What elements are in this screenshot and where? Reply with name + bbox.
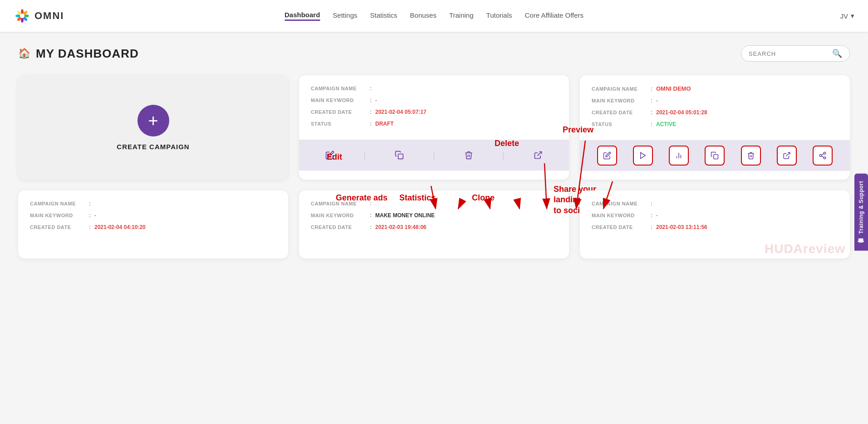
edit-btn-2[interactable] xyxy=(597,146,617,166)
preview-btn-1[interactable] xyxy=(528,145,548,165)
home-icon: 🏠 xyxy=(18,48,30,59)
info-row-bc1-name: CAMPAIGN NAME : xyxy=(30,200,276,207)
info-row-bc2-kw: MAIN KEYWORD : MAKE MONEY ONLINE xyxy=(311,212,557,219)
nav-training[interactable]: Training xyxy=(449,11,474,21)
label-created-date: CREATED DATE xyxy=(311,109,370,115)
val-bc3-date: 2021-02-03 13:11:56 xyxy=(656,224,707,230)
search-button[interactable]: 🔍 xyxy=(832,49,842,58)
info-row-main-keyword: MAIN KEYWORD : - xyxy=(311,97,557,103)
svg-line-17 xyxy=(786,152,790,156)
side-tab-training[interactable]: ☎ Training & Support xyxy=(854,174,868,251)
val-created-date-2: 2021-02-04 05:01:28 xyxy=(656,109,707,116)
divider: | xyxy=(363,151,366,160)
share-btn-2[interactable] xyxy=(813,146,833,166)
divider: | xyxy=(502,151,505,160)
info-row-bc2-date: CREATED DATE : 2021-02-03 19:48:06 xyxy=(311,224,557,230)
clone-btn-2[interactable] xyxy=(705,146,725,166)
generate-ads-btn-2[interactable] xyxy=(633,146,653,166)
val-main-keyword-2: - xyxy=(656,97,658,104)
info-row-bc1-kw: MAIN KEYWORD : - xyxy=(30,212,276,219)
nav-dashboard[interactable]: Dashboard xyxy=(284,11,320,21)
card-info-1: CAMPAIGN NAME : MAIN KEYWORD : - CREATED… xyxy=(299,75,569,140)
nav-tutorials[interactable]: Tutorials xyxy=(486,11,512,21)
info-row-bc1-date: CREATED DATE : 2021-02-04 04:10:20 xyxy=(30,224,276,230)
preview-btn-2[interactable] xyxy=(777,146,797,166)
colon: : xyxy=(651,109,652,116)
delete-btn-2[interactable] xyxy=(741,146,761,166)
logo-icon xyxy=(14,7,31,24)
val-main-keyword: - xyxy=(375,97,377,103)
svg-marker-12 xyxy=(641,152,646,159)
create-campaign-card[interactable]: + CREATE CAMPAIGN xyxy=(18,75,288,180)
svg-point-20 xyxy=(824,157,826,159)
delete-btn-1[interactable] xyxy=(459,145,479,165)
val-campaign-name-2: OMNI DEMO xyxy=(656,85,691,92)
label-bc1-name: CAMPAIGN NAME xyxy=(30,201,89,206)
colon: : xyxy=(651,121,652,127)
label-created-date-2: CREATED DATE xyxy=(592,110,651,115)
label-status: STATUS xyxy=(311,121,370,127)
val-status-2: ACTIVE xyxy=(656,121,676,127)
label-bc2-kw: MAIN KEYWORD xyxy=(311,213,370,218)
val-bc2-kw: MAKE MONEY ONLINE xyxy=(375,212,435,219)
svg-line-21 xyxy=(822,156,824,157)
label-bc1-date: CREATED DATE xyxy=(30,224,89,230)
colon: : xyxy=(370,121,372,127)
label-bc3-kw: MAIN KEYWORD xyxy=(592,213,651,218)
cards-grid-bottom: CAMPAIGN NAME : MAIN KEYWORD : - CREATED… xyxy=(18,190,850,258)
svg-point-18 xyxy=(824,152,826,155)
label-main-keyword: MAIN KEYWORD xyxy=(311,97,370,103)
info-row-bc3-date: CREATED DATE : 2021-02-03 13:11:56 xyxy=(592,224,838,230)
nav-core-affiliate[interactable]: Core Affiliate Offers xyxy=(525,11,584,21)
label-bc2-name: CAMPAIGN NAME xyxy=(311,201,370,206)
label-status-2: STATUS xyxy=(592,122,651,127)
nav-bonuses[interactable]: Bonuses xyxy=(410,11,436,21)
info-row-created-date: CREATED DATE : 2021-02-04 05:07:17 xyxy=(311,109,557,115)
watermark: HUDAreview xyxy=(765,242,845,256)
card-actions-2 xyxy=(580,140,850,171)
label-main-keyword-2: MAIN KEYWORD xyxy=(592,98,651,103)
page-title: MY DASHBOARD xyxy=(36,47,139,61)
bottom-card-2: CAMPAIGN NAME : MAIN KEYWORD : MAKE MONE… xyxy=(299,190,569,258)
user-dropdown-icon[interactable]: ▾ xyxy=(851,12,854,20)
info-row-campaign-name-2: CAMPAIGN NAME : OMNI DEMO xyxy=(592,85,838,92)
svg-line-11 xyxy=(537,152,541,156)
statistics-btn-2[interactable] xyxy=(669,146,689,166)
info-row-bc3-name: CAMPAIGN NAME : xyxy=(592,200,838,207)
info-row-bc2-name: CAMPAIGN NAME : xyxy=(311,200,557,207)
info-row-status-2: STATUS : ACTIVE xyxy=(592,121,838,127)
cards-grid-top: + CREATE CAMPAIGN CAMPAIGN NAME : MAIN K… xyxy=(18,75,850,180)
info-row-created-date-2: CREATED DATE : 2021-02-04 05:01:28 xyxy=(592,109,838,116)
main-nav: Dashboard Settings Statistics Bonuses Tr… xyxy=(284,11,584,21)
label-bc3-name: CAMPAIGN NAME xyxy=(592,201,651,206)
create-campaign-label: CREATE CAMPAIGN xyxy=(117,143,189,151)
bottom-card-1: CAMPAIGN NAME : MAIN KEYWORD : - CREATED… xyxy=(18,190,288,258)
val-status: DRAFT xyxy=(375,121,394,127)
user-initials: JV xyxy=(840,12,848,20)
main-content: 🏠 MY DASHBOARD 🔍 + CREATE CAMPAIGN CAMPA… xyxy=(0,32,868,272)
info-row-bc3-kw: MAIN KEYWORD : - xyxy=(592,212,838,219)
side-tab-icon: ☎ xyxy=(858,237,864,244)
svg-point-9 xyxy=(20,14,25,18)
label-bc1-kw: MAIN KEYWORD xyxy=(30,213,89,218)
svg-rect-16 xyxy=(714,155,718,159)
divider: | xyxy=(433,151,435,160)
colon: : xyxy=(370,97,372,103)
clone-btn-1[interactable] xyxy=(389,145,409,165)
search-input[interactable] xyxy=(749,50,832,57)
header: OMNI Dashboard Settings Statistics Bonus… xyxy=(0,0,868,32)
user-menu[interactable]: JV ▾ xyxy=(840,12,854,20)
label-bc3-date: CREATED DATE xyxy=(592,224,651,230)
card-info-2: CAMPAIGN NAME : OMNI DEMO MAIN KEYWORD :… xyxy=(580,75,850,140)
svg-point-19 xyxy=(820,155,822,157)
val-bc1-kw: - xyxy=(94,212,96,219)
create-plus-button[interactable]: + xyxy=(137,105,169,136)
nav-settings[interactable]: Settings xyxy=(333,11,357,21)
search-bar: 🔍 xyxy=(741,45,850,62)
edit-btn-1[interactable] xyxy=(320,145,340,165)
logo-text: OMNI xyxy=(34,10,64,22)
label-campaign-name-2: CAMPAIGN NAME xyxy=(592,86,651,92)
info-row-status: STATUS : DRAFT xyxy=(311,121,557,127)
colon: : xyxy=(370,85,372,92)
nav-statistics[interactable]: Statistics xyxy=(370,11,397,21)
